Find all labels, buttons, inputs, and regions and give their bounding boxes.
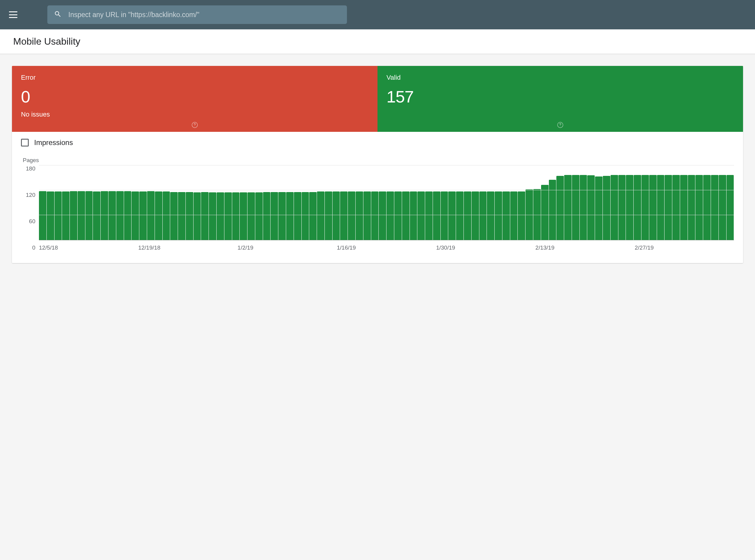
- chart-bar: [626, 175, 633, 240]
- chart-bar: [55, 192, 62, 240]
- chart-bar: [441, 192, 448, 240]
- chart-bar: [340, 192, 348, 240]
- chart-bar: [417, 192, 425, 240]
- chart-bar: [309, 192, 317, 240]
- chart-bar: [495, 192, 502, 240]
- chart-bar: [587, 175, 595, 240]
- search-icon: [54, 10, 62, 19]
- chart-bar: [402, 192, 410, 240]
- chart-bar: [695, 175, 703, 240]
- url-search-bar[interactable]: [47, 5, 347, 24]
- summary-row: Error 0 No issues Valid 157: [12, 66, 743, 132]
- error-tile[interactable]: Error 0 No issues: [12, 66, 378, 132]
- chart-bar: [263, 192, 270, 240]
- valid-tile[interactable]: Valid 157: [378, 66, 743, 132]
- chart-bar: [649, 175, 657, 240]
- chart-bar: [255, 192, 263, 240]
- chart-bar: [116, 191, 124, 240]
- help-icon[interactable]: [557, 122, 564, 128]
- chart-bar: [201, 192, 208, 240]
- valid-count: 157: [387, 87, 734, 106]
- chart-bar: [472, 192, 479, 240]
- chart-bar: [286, 192, 293, 240]
- chart-bar: [124, 191, 131, 240]
- chart-bar: [155, 192, 162, 240]
- chart-bar: [78, 191, 85, 240]
- chart-bar: [672, 175, 680, 240]
- chart-bar: [618, 175, 626, 240]
- impressions-checkbox[interactable]: [21, 139, 29, 146]
- chart-bar: [39, 191, 46, 240]
- chart-bar: [332, 192, 340, 240]
- chart-bar: [85, 191, 93, 240]
- chart-bar: [371, 192, 379, 240]
- chart-bar: [302, 192, 309, 240]
- chart-bar: [217, 192, 224, 240]
- chart-bar: [278, 192, 286, 240]
- error-count: 0: [21, 87, 368, 106]
- chart-bar: [108, 191, 116, 240]
- chart-bar: [394, 192, 402, 240]
- chart-bar: [170, 192, 178, 240]
- chart-bar: [193, 192, 201, 240]
- topbar: [0, 0, 755, 29]
- chart-bar: [487, 192, 494, 240]
- chart-bar: [425, 192, 433, 240]
- chart-bar: [549, 180, 556, 240]
- chart-bar: [186, 192, 193, 240]
- chart-bar: [703, 175, 711, 240]
- chart-bar: [634, 175, 641, 240]
- chart-bar: [147, 191, 155, 240]
- chart-bar: [355, 192, 363, 240]
- chart-bar: [348, 192, 355, 240]
- chart-bar: [433, 192, 441, 240]
- url-search-input[interactable]: [68, 11, 340, 19]
- chart-bar: [379, 192, 386, 240]
- chart-bar: [163, 192, 170, 240]
- svg-point-3: [560, 126, 560, 126]
- chart-bar: [727, 175, 734, 240]
- chart-bar: [595, 177, 603, 240]
- chart-bar: [518, 192, 525, 240]
- chart-area: Pages 180120600 12/5/1812/19/181/2/191/1…: [12, 150, 743, 263]
- chart-bar: [232, 192, 240, 240]
- impressions-label: Impressions: [34, 138, 73, 147]
- content: Error 0 No issues Valid 157 Impressions …: [0, 54, 755, 275]
- chart-bar: [510, 192, 518, 240]
- help-icon[interactable]: [191, 122, 198, 128]
- chart-bar: [603, 176, 610, 240]
- chart-bar: [479, 192, 487, 240]
- x-axis: 12/5/1812/19/181/2/191/16/191/30/192/13/…: [39, 244, 734, 251]
- chart-bar: [294, 192, 301, 240]
- chart-bar: [62, 192, 69, 240]
- chart-bar: [101, 191, 108, 240]
- impressions-toggle: Impressions: [12, 132, 743, 150]
- y-axis-label: Pages: [23, 157, 734, 164]
- valid-label: Valid: [387, 74, 734, 81]
- chart-bar: [556, 176, 564, 240]
- chart-bar: [247, 192, 255, 240]
- chart-bar: [611, 175, 618, 240]
- chart-bar: [564, 175, 572, 240]
- chart-bar: [240, 192, 247, 240]
- error-subtext: No issues: [21, 111, 368, 118]
- chart-bar: [503, 192, 510, 240]
- chart-bar: [178, 192, 185, 240]
- chart-bar: [456, 192, 464, 240]
- chart-bar: [270, 192, 278, 240]
- chart-bar: [363, 192, 371, 240]
- chart-bar: [317, 192, 325, 240]
- chart-bar: [541, 185, 549, 240]
- chart-bar: [719, 175, 726, 240]
- chart-bar: [325, 192, 332, 240]
- page-title: Mobile Usability: [13, 36, 742, 47]
- chart-bar: [387, 192, 394, 240]
- menu-icon[interactable]: [9, 12, 17, 18]
- chart-bar: [131, 192, 139, 240]
- chart-bar: [680, 175, 688, 240]
- chart-bar: [93, 192, 100, 240]
- chart-bar: [410, 192, 417, 240]
- chart-bar: [665, 175, 672, 240]
- chart-bar: [464, 192, 471, 240]
- chart-bar: [711, 175, 718, 240]
